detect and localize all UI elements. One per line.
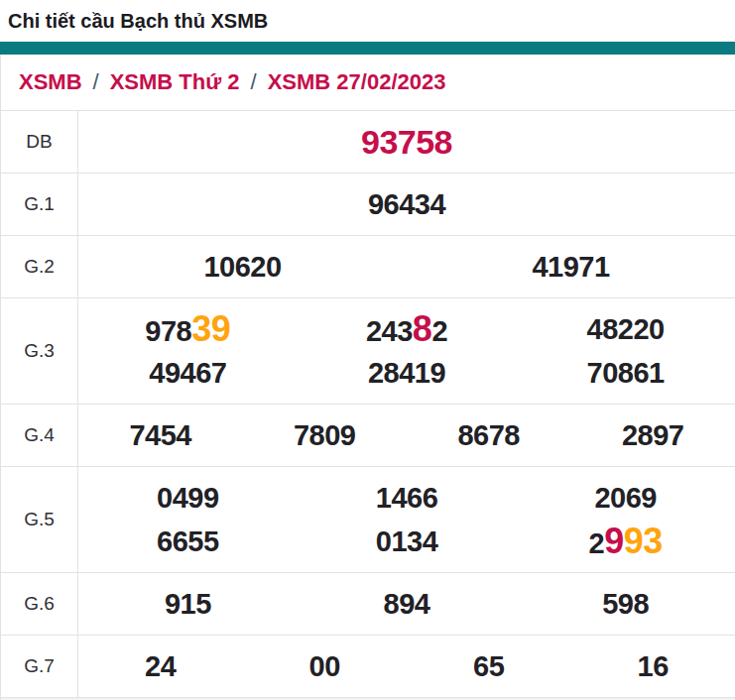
result-number: 96434 [78,188,735,221]
digit-segment: 6655 [157,525,219,558]
prize-label-g4: G.4 [1,405,78,466]
result-number: 48220 [516,313,735,346]
digit-segment: 978 [145,315,191,348]
results-table: DB93758G.196434G.21062041971G.3978392438… [1,110,735,697]
digit-segment: 2069 [594,482,657,515]
breadcrumb-separator: / [93,69,99,95]
digit-segment: 2897 [622,419,684,452]
result-number: 16 [571,650,735,683]
result-number: 2993 [516,521,735,562]
prize-label-g2: G.2 [1,236,78,297]
highlight-digit-jackpot: 93758 [361,123,452,162]
highlight-digit-crimson: 9 [604,521,624,562]
prize-numbers-g3: 978392438248220494672841970861 [78,298,735,404]
result-number: 93758 [78,123,735,162]
result-number: 24382 [298,308,517,350]
result-number: 2897 [571,419,735,452]
result-row-db: DB93758 [1,110,735,173]
digit-segment: 894 [384,588,430,621]
digit-segment: 48220 [587,313,665,346]
number-line: 96434 [78,182,735,226]
result-number: 915 [78,588,298,621]
result-row-g6: G.6915894598 [1,572,735,635]
prize-label-g5: G.5 [1,467,78,572]
digit-segment: 65 [473,650,504,683]
content-panel: XSMB/XSMB Thứ 2/XSMB 27/02/2023 DB93758G… [0,55,735,700]
prize-numbers-g4: 7454780986782897 [78,405,735,466]
result-number: 6655 [78,525,298,558]
digit-segment: 7809 [294,419,356,452]
digit-segment: 7454 [129,419,191,452]
result-row-g1: G.196434 [1,173,735,235]
breadcrumb: XSMB/XSMB Thứ 2/XSMB 27/02/2023 [1,55,735,110]
digit-segment: 2 [589,527,605,560]
result-number: 24 [78,650,243,683]
result-number: 7454 [78,419,243,452]
number-line: 7454780986782897 [78,413,735,457]
digit-segment: 96434 [368,188,445,221]
prize-label-db: DB [1,111,78,173]
highlight-digit-orange: 93 [624,521,663,562]
result-row-g2: G.21062041971 [1,235,735,297]
result-number: 41971 [407,251,735,284]
digit-segment: 00 [309,650,340,683]
accent-bar [0,42,735,55]
result-number: 894 [298,588,517,621]
prize-label-g3: G.3 [1,298,78,404]
highlight-digit-crimson: 8 [413,308,432,350]
result-row-g7: G.724006516 [1,635,735,697]
result-number: 10620 [78,251,407,284]
result-number: 7809 [243,419,408,452]
prize-numbers-g5: 049914662069665501342993 [78,467,735,572]
result-number: 0499 [78,482,298,515]
result-row-g5: G.5049914662069665501342993 [1,466,735,572]
result-number: 0134 [298,525,517,558]
result-number: 00 [243,650,408,683]
highlight-digit-orange: 39 [191,308,230,350]
digit-segment: 243 [366,315,413,348]
digit-segment: 41971 [532,251,609,284]
result-number: 97839 [78,308,298,350]
digit-segment: 28419 [368,357,445,390]
page: Chi tiết cầu Bạch thủ XSMB XSMB/XSMB Thứ… [0,0,735,700]
prize-numbers-db: 93758 [78,111,735,173]
result-number: 2069 [516,482,735,515]
digit-segment: 16 [638,650,669,683]
prize-numbers-g6: 915894598 [78,573,735,635]
result-number: 28419 [298,357,517,390]
digit-segment: 10620 [203,251,281,284]
digit-segment: 8678 [457,419,520,452]
breadcrumb-link-2[interactable]: XSMB Thứ 2 [110,69,240,95]
page-title: Chi tiết cầu Bạch thủ XSMB [0,0,735,33]
digit-segment: 49467 [149,357,226,390]
number-line: 978392438248220 [78,307,735,351]
result-number: 8678 [407,419,571,452]
digit-segment: 915 [165,588,211,621]
digit-segment: 598 [602,588,649,621]
result-number: 49467 [78,357,298,390]
prize-label-g6: G.6 [1,573,78,635]
digit-segment: 70861 [587,357,665,390]
number-line: 915894598 [78,582,735,626]
breadcrumb-link-3[interactable]: XSMB 27/02/2023 [268,69,446,95]
digit-segment: 0499 [157,482,219,515]
number-line: 049914662069 [78,476,735,520]
result-row-g4: G.47454780986782897 [1,404,735,466]
result-number: 1466 [298,482,517,515]
result-number: 70861 [516,357,735,390]
breadcrumb-link-1[interactable]: XSMB [19,69,82,95]
result-row-g3: G.3978392438248220494672841970861 [1,297,735,404]
digit-segment: 1466 [376,482,438,515]
breadcrumb-separator: / [251,69,257,95]
number-line: 494672841970861 [78,351,735,395]
digit-segment: 24 [145,650,176,683]
result-number: 598 [516,588,735,621]
number-line: 1062041971 [78,245,735,289]
prize-numbers-g1: 96434 [78,174,735,235]
digit-segment: 0134 [376,525,438,558]
number-line: 24006516 [78,644,735,688]
number-line: 93758 [78,120,735,164]
prize-numbers-g2: 1062041971 [78,236,735,297]
result-number: 65 [407,650,571,683]
number-line: 665501342993 [78,520,735,563]
